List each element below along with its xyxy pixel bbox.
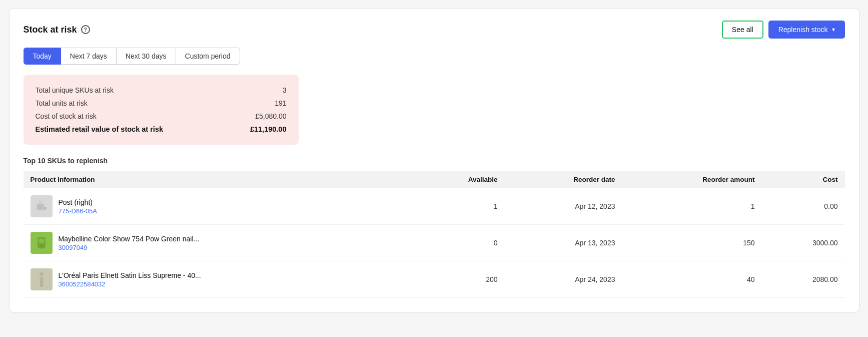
header-actions: See all Replenish stock ▾ xyxy=(722,21,845,39)
tab-custom-period[interactable]: Custom period xyxy=(176,48,240,65)
col-reorder-amount: Reorder amount xyxy=(622,171,761,188)
svg-point-9 xyxy=(40,285,43,286)
summary-row-units: Total units at risk 191 xyxy=(36,97,287,110)
title-group: Stock at risk ? xyxy=(24,25,90,35)
summary-label-units: Total units at risk xyxy=(36,99,88,107)
reorder-date-2: Apr 13, 2023 xyxy=(505,225,622,261)
summary-row-cost: Cost of stock at risk £5,080.00 xyxy=(36,110,287,123)
products-table: Product information Available Reorder da… xyxy=(24,171,845,298)
cost-3: 2080.00 xyxy=(762,261,845,298)
available-1: 1 xyxy=(413,188,505,225)
top-sku-prefix: Top 10 xyxy=(24,157,46,165)
product-details-2: Maybelline Color Show 754 Pow Green nail… xyxy=(59,235,200,251)
period-tabs: Today Next 7 days Next 30 days Custom pe… xyxy=(24,48,845,65)
product-details-3: L'Oréal Paris Elnett Satin Liss Supreme … xyxy=(59,271,201,288)
product-name-3: L'Oréal Paris Elnett Satin Liss Supreme … xyxy=(59,271,201,279)
product-sku-2[interactable]: 30097049 xyxy=(59,244,200,251)
table-row: L'Oréal Paris Elnett Satin Liss Supreme … xyxy=(24,261,845,298)
summary-label-skus: Total unique SKUs at risk xyxy=(36,86,114,94)
svg-point-5 xyxy=(40,245,44,247)
svg-rect-0 xyxy=(37,204,44,210)
product-thumbnail-1 xyxy=(31,195,53,217)
col-product-info: Product information xyxy=(24,171,413,188)
tab-next-7-days[interactable]: Next 7 days xyxy=(61,48,117,65)
reorder-amount-2: 150 xyxy=(622,225,761,261)
tab-next-30-days[interactable]: Next 30 days xyxy=(117,48,176,65)
product-sku-1[interactable]: 775-D66-05A xyxy=(59,207,97,215)
col-cost: Cost xyxy=(762,171,845,188)
col-available: Available xyxy=(413,171,505,188)
cost-1: 0.00 xyxy=(762,188,845,225)
summary-value-units: 191 xyxy=(275,99,286,107)
reorder-amount-3: 40 xyxy=(622,261,761,298)
summary-row-retail: Estimated retail value of stock at risk … xyxy=(36,123,287,136)
help-icon[interactable]: ? xyxy=(81,25,90,34)
summary-value-skus: 3 xyxy=(283,86,287,94)
reorder-amount-1: 1 xyxy=(622,188,761,225)
table-header-row: Product information Available Reorder da… xyxy=(24,171,845,188)
cost-2: 3000.00 xyxy=(762,225,845,261)
available-2: 0 xyxy=(413,225,505,261)
summary-label-cost: Cost of stock at risk xyxy=(36,112,97,120)
available-3: 200 xyxy=(413,261,505,298)
product-thumbnail-3 xyxy=(31,268,53,290)
product-info-cell-1: Post (right) 775-D66-05A xyxy=(31,195,406,217)
summary-value-cost: £5,080.00 xyxy=(255,112,286,120)
summary-row-skus: Total unique SKUs at risk 3 xyxy=(36,84,287,97)
top-sku-suffix: SKUs to replenish xyxy=(47,157,108,165)
product-thumbnail-2 xyxy=(31,232,53,254)
card-title: Stock at risk xyxy=(24,25,77,35)
summary-value-retail: £11,190.00 xyxy=(250,125,287,133)
product-info-cell-2: Maybelline Color Show 754 Pow Green nail… xyxy=(31,232,406,254)
product-info-cell-3: L'Oréal Paris Elnett Satin Liss Supreme … xyxy=(31,268,406,290)
svg-rect-1 xyxy=(39,201,42,204)
col-reorder-date: Reorder date xyxy=(505,171,622,188)
stock-at-risk-card: Stock at risk ? See all Replenish stock … xyxy=(9,8,859,312)
product-sku-3[interactable]: 3600522584032 xyxy=(59,280,201,288)
product-cell-1: Post (right) 775-D66-05A xyxy=(24,188,413,225)
svg-rect-8 xyxy=(41,272,43,274)
reorder-date-1: Apr 12, 2023 xyxy=(505,188,622,225)
svg-rect-6 xyxy=(40,273,43,286)
see-all-button[interactable]: See all xyxy=(722,21,763,39)
product-cell-3: L'Oréal Paris Elnett Satin Liss Supreme … xyxy=(24,261,413,298)
tab-today[interactable]: Today xyxy=(24,48,61,65)
reorder-date-3: Apr 24, 2023 xyxy=(505,261,622,298)
product-name-1: Post (right) xyxy=(59,198,97,206)
top-sku-label: Top 10 SKUs to replenish xyxy=(24,157,845,165)
product-name-2: Maybelline Color Show 754 Pow Green nail… xyxy=(59,235,200,243)
chevron-down-icon: ▾ xyxy=(832,26,835,33)
svg-rect-2 xyxy=(44,207,46,210)
svg-rect-7 xyxy=(39,275,44,278)
summary-label-retail: Estimated retail value of stock at risk xyxy=(36,125,163,133)
card-header: Stock at risk ? See all Replenish stock … xyxy=(24,21,845,39)
table-row: Post (right) 775-D66-05A 1 Apr 12, 2023 … xyxy=(24,188,845,225)
replenish-label: Replenish stock xyxy=(778,26,828,34)
replenish-stock-button[interactable]: Replenish stock ▾ xyxy=(768,21,845,39)
svg-rect-4 xyxy=(39,239,44,243)
table-row: Maybelline Color Show 754 Pow Green nail… xyxy=(24,225,845,261)
summary-box: Total unique SKUs at risk 3 Total units … xyxy=(24,75,299,145)
product-cell-2: Maybelline Color Show 754 Pow Green nail… xyxy=(24,225,413,261)
product-details-1: Post (right) 775-D66-05A xyxy=(59,198,97,215)
